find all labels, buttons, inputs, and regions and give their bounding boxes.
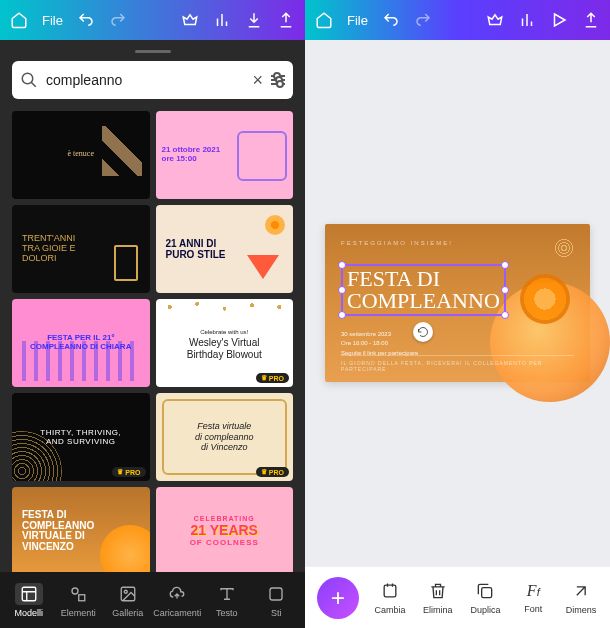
- share-icon[interactable]: [277, 11, 295, 29]
- undo-icon[interactable]: [382, 11, 400, 29]
- svg-point-0: [22, 73, 33, 84]
- canvas-meta: 30 settembre 2023Ore 16:00 - 18:00Seguit…: [341, 330, 418, 358]
- stats-icon[interactable]: [518, 11, 536, 29]
- search-input[interactable]: [46, 72, 244, 88]
- template-grid: è tenuce 21 ottobre 2021ore 15:00 TRENT'…: [0, 107, 305, 572]
- canvas[interactable]: FESTEGGIAMO INSIEME! FESTA DI COMPLEANNO…: [325, 224, 590, 382]
- action-font[interactable]: FfFont: [510, 582, 556, 614]
- search-box[interactable]: ×: [12, 61, 293, 99]
- nav-galleria[interactable]: Galleria: [103, 583, 153, 618]
- canvas-footer: IL GIORNO DELLA FESTA, RICEVERAI IL COLL…: [341, 355, 574, 372]
- header-right: File: [305, 0, 610, 40]
- canvas-heading-2[interactable]: COMPLEANNO: [347, 290, 500, 312]
- resize-handle[interactable]: [338, 261, 346, 269]
- share-icon[interactable]: [582, 11, 600, 29]
- redo-icon[interactable]: [414, 11, 432, 29]
- action-cambia[interactable]: Cambia: [367, 581, 413, 615]
- resize-handle[interactable]: [501, 311, 509, 319]
- svg-rect-8: [482, 587, 492, 597]
- bottom-nav-right: + Cambia Elimina Duplica FfFont Dimens: [305, 566, 610, 628]
- template-card[interactable]: 21 ottobre 2021ore 15:00: [156, 111, 294, 199]
- clear-icon[interactable]: ×: [252, 70, 263, 91]
- add-button[interactable]: +: [317, 577, 359, 619]
- action-duplica[interactable]: Duplica: [463, 581, 509, 615]
- action-dimens[interactable]: Dimens: [558, 581, 604, 615]
- pro-badge: ♛ PRO: [256, 373, 289, 383]
- nav-sti[interactable]: Sti: [252, 583, 302, 618]
- drag-handle[interactable]: [135, 50, 171, 53]
- canvas-heading-1[interactable]: FESTA DI: [347, 268, 500, 290]
- play-icon[interactable]: [550, 11, 568, 29]
- pro-badge: ♛ PRO: [256, 467, 289, 477]
- nav-elementi[interactable]: Elementi: [54, 583, 104, 618]
- svg-rect-3: [79, 594, 85, 600]
- template-card[interactable]: Festa virtualedi compleannodi Vincenzo♛ …: [156, 393, 294, 481]
- svg-rect-1: [22, 587, 36, 601]
- svg-point-5: [124, 590, 127, 593]
- download-icon[interactable]: [245, 11, 263, 29]
- template-card[interactable]: TRENT'ANNITRA GIOIE EDOLORI: [12, 205, 150, 293]
- stats-icon[interactable]: [213, 11, 231, 29]
- template-card[interactable]: è tenuce: [12, 111, 150, 199]
- pro-badge: ♛ PRO: [112, 467, 145, 477]
- selected-text-box[interactable]: FESTA DI COMPLEANNO: [341, 264, 506, 316]
- redo-icon[interactable]: [109, 11, 127, 29]
- template-card[interactable]: 21 ANNI DIPURO STILE: [156, 205, 294, 293]
- undo-icon[interactable]: [77, 11, 95, 29]
- template-card[interactable]: Celebrate with us!Wesley's VirtualBirthd…: [156, 299, 294, 387]
- nav-modelli[interactable]: Modelli: [4, 583, 54, 618]
- template-card[interactable]: FESTA DICOMPLEANNOVIRTUALE DIVINCENZO: [12, 487, 150, 572]
- crown-icon[interactable]: [181, 11, 199, 29]
- filter-icon[interactable]: [271, 75, 285, 85]
- file-menu[interactable]: File: [42, 13, 63, 28]
- bottom-nav-left: Modelli Elementi Galleria Caricamenti Te…: [0, 572, 305, 628]
- home-icon[interactable]: [10, 11, 28, 29]
- svg-rect-7: [384, 585, 396, 597]
- resize-handle[interactable]: [338, 311, 346, 319]
- search-area: ×: [0, 40, 305, 107]
- template-card[interactable]: CELEBRATING21 YEARSOF COOLNESS: [156, 487, 294, 572]
- template-card[interactable]: FESTA PER IL 21ºCOMPLEANNO DI CHIARA: [12, 299, 150, 387]
- sun-icon: [554, 238, 574, 258]
- nav-testo[interactable]: Testo: [202, 583, 252, 618]
- resize-handle[interactable]: [338, 286, 346, 294]
- template-card[interactable]: THIRTY, THRIVING,AND SURVIVING♛ PRO: [12, 393, 150, 481]
- search-icon: [20, 71, 38, 89]
- canvas-subtitle: FESTEGGIAMO INSIEME!: [341, 240, 574, 246]
- crown-icon[interactable]: [486, 11, 504, 29]
- svg-rect-6: [270, 588, 282, 600]
- canvas-area[interactable]: FESTEGGIAMO INSIEME! FESTA DI COMPLEANNO…: [305, 40, 610, 566]
- resize-handle[interactable]: [501, 261, 509, 269]
- file-menu[interactable]: File: [347, 13, 368, 28]
- resize-handle[interactable]: [501, 286, 509, 294]
- action-elimina[interactable]: Elimina: [415, 581, 461, 615]
- nav-caricamenti[interactable]: Caricamenti: [153, 583, 203, 618]
- svg-point-2: [72, 588, 78, 594]
- header-left: File: [0, 0, 305, 40]
- home-icon[interactable]: [315, 11, 333, 29]
